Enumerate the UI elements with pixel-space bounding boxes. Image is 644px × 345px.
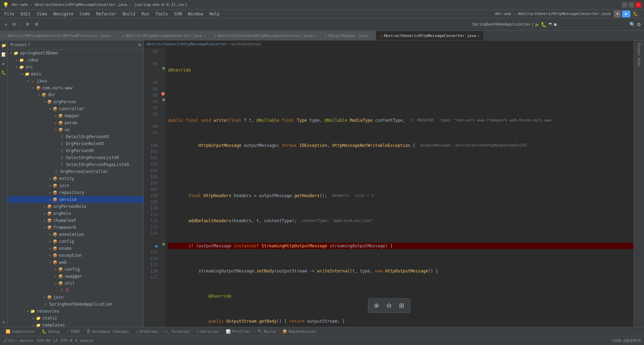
menu-tools[interactable]: Tools xyxy=(153,11,171,17)
tree-resources[interactable]: ▼ 📁 resources xyxy=(8,308,143,315)
tree-swagger[interactable]: ▶ 📦 swagger xyxy=(8,273,143,280)
menu-view[interactable]: View xyxy=(34,11,50,17)
menu-build[interactable]: Build xyxy=(120,11,138,17)
tab-abstractgeneric[interactable]: ☕ AbstractGenericHttpMessageConverter.ja… xyxy=(376,31,484,40)
tree-detailorgpersonvo[interactable]: C DetailOrgPersonVO xyxy=(8,133,143,140)
tree-service[interactable]: ▶ 📦 service xyxy=(8,196,143,203)
tree-templates[interactable]: ▶ 📁 templates xyxy=(8,322,143,327)
sidebar-structure-icon[interactable]: ⊞ xyxy=(0,318,7,325)
bottom-tab-todo[interactable]: ✓ TODO xyxy=(64,328,82,336)
sidebar-debug-icon[interactable]: 🐛 xyxy=(0,69,7,76)
tab-close-abstracthttp[interactable]: ✕ xyxy=(203,34,205,38)
tab-objectmapper[interactable]: ☕ ObjectMapper.java ✕ xyxy=(320,31,376,40)
tree-orgpersonvo[interactable]: C OrgPersonVO xyxy=(8,147,143,154)
tree-orgperson[interactable]: ▼ 📦 orgPerson xyxy=(8,98,143,105)
tree-config[interactable]: ▶ 📦 config xyxy=(8,238,143,245)
coverage-button[interactable]: ☂ xyxy=(548,22,553,27)
menu-file[interactable]: File xyxy=(1,11,17,17)
tree-orgpersoncontroller[interactable]: C OrgPersonController xyxy=(8,168,143,175)
tree-repository[interactable]: ▶ 📦 repository xyxy=(8,189,143,196)
status-encoding[interactable]: UTF-8 xyxy=(61,338,72,343)
tree-enums[interactable]: ▶ 📦 enums xyxy=(8,245,143,252)
bottom-tab-dependencies[interactable]: 📦 Dependencies xyxy=(280,328,319,336)
bottom-tab-profiler[interactable]: 📊 Profiler xyxy=(223,328,253,336)
menu-refactor[interactable]: Refactor xyxy=(93,11,119,17)
tree-vo[interactable]: ▼ 📦 vo xyxy=(8,126,143,133)
tree-controller[interactable]: ▼ 📦 controller xyxy=(8,105,143,112)
tree-webconfig[interactable]: ▶ 📦 config xyxy=(8,266,143,273)
run-config-select[interactable]: ▼ xyxy=(614,10,621,17)
tree-main[interactable]: ▼ 📁 main xyxy=(8,70,143,77)
project-settings-icon[interactable]: ⚙ xyxy=(138,43,141,47)
tab-close-objectmapper[interactable]: ✕ xyxy=(369,34,371,38)
project-view-toggle[interactable]: ≡ xyxy=(3,22,9,27)
layout-button[interactable]: ⊞ xyxy=(33,21,40,27)
menu-window[interactable]: Window xyxy=(185,11,206,17)
maximize-button[interactable]: □ xyxy=(629,2,634,8)
tree-dhr[interactable]: ▼ 📦 dhr xyxy=(8,91,143,98)
status-lf[interactable]: LF xyxy=(53,338,58,343)
tree-orgpersonrolevo[interactable]: C OrgPersonRoleVO xyxy=(8,140,143,147)
structure-toggle[interactable]: ⊟ xyxy=(10,21,18,27)
tree-r[interactable]: C R xyxy=(8,287,143,294)
tree-join[interactable]: ▶ 📦 join xyxy=(8,182,143,189)
tree-join2[interactable]: ▶ 📦 join xyxy=(8,294,143,301)
tree-annotation[interactable]: ▶ 📦 annotation xyxy=(8,231,143,238)
structure-view-button[interactable]: ⊞ xyxy=(396,300,407,311)
breadcrumb-method[interactable]: writeInternal xyxy=(231,42,261,46)
tab-close-abstractgeneric[interactable]: ✕ xyxy=(478,34,480,38)
tree-src[interactable]: ▼ 📁 src xyxy=(8,63,143,70)
bottom-tab-build[interactable]: 🔨 Build xyxy=(255,328,278,336)
tab-jackson[interactable]: ☕ AbstractJackson2HttpMessageConverter.j… xyxy=(210,31,320,40)
tab-abstracthttp[interactable]: ☕ AbstractHttpMessageConverter.java ✕ xyxy=(118,31,210,40)
tree-orgpersonrole[interactable]: ▶ 📦 orgPersonRole xyxy=(8,203,143,210)
menu-help[interactable]: Help xyxy=(207,11,222,17)
status-position[interactable]: 109:08 xyxy=(37,338,51,343)
run-button[interactable]: ▶ xyxy=(622,10,630,17)
tree-mapper[interactable]: ▶ 📦 mapper xyxy=(8,112,143,119)
status-git[interactable]: ⎇ Git: master xyxy=(3,338,34,343)
debug-play-button[interactable]: 🐛 xyxy=(541,22,547,27)
menu-svn[interactable]: SVN xyxy=(171,11,185,17)
settings-gear-button[interactable]: ⚙ xyxy=(637,22,641,27)
tree-util[interactable]: ▼ 📦 util xyxy=(8,280,143,287)
menu-navigate[interactable]: Navigate xyxy=(51,11,76,17)
tab-close-abstractmessage[interactable]: ✕ xyxy=(111,34,113,38)
code-content[interactable]: @Override public final void write(final … xyxy=(165,48,634,327)
tree-com[interactable]: ▼ 📦 com.ours.www xyxy=(8,84,143,91)
tree-orgrole[interactable]: ▶ 📦 orgRole xyxy=(8,210,143,217)
bottom-tab-terminal[interactable]: >_ Terminal xyxy=(162,328,192,336)
bottom-tab-subversion[interactable]: 🔀 Subversion xyxy=(3,328,38,336)
tree-entity[interactable]: ▶ 📦 entity xyxy=(8,175,143,182)
bottom-tab-dbchanges[interactable]: 🗄 Database Changes xyxy=(84,328,132,336)
tree-param[interactable]: ▶ 📦 param xyxy=(8,119,143,126)
tree-static[interactable]: ▶ 📁 static xyxy=(8,315,143,322)
zoom-in-button[interactable]: ⊕ xyxy=(371,300,382,311)
tab-abstractmessage[interactable]: ☕ AbstractMessageConverterMethodProcesso… xyxy=(0,31,118,40)
tree-java[interactable]: ▼ ☕ java xyxy=(8,77,143,84)
sidebar-commit-icon[interactable]: 📝 xyxy=(0,51,7,58)
tree-root[interactable]: ▼ 📁 springboot3Demo xyxy=(8,50,143,57)
tree-springbootapp[interactable]: ⚙ SpringbootDemoApplication xyxy=(8,301,143,308)
menu-code[interactable]: Code xyxy=(77,11,93,17)
tree-exception[interactable]: ▶ 📦 exception xyxy=(8,252,143,259)
bottom-tab-debug[interactable]: 🐛 Debug xyxy=(39,328,62,336)
sidebar-project-icon[interactable]: 📁 xyxy=(0,42,7,49)
tree-web[interactable]: ▼ 📦 web xyxy=(8,259,143,266)
menu-run[interactable]: Run xyxy=(139,11,152,17)
tree-selectorgpersonpagelistvo[interactable]: C SelectOrgPersonPageListVO xyxy=(8,161,143,168)
breadcrumb-class[interactable]: AbstractGenericHttpMessageConverter xyxy=(147,42,228,46)
debug-button[interactable]: 🐛 xyxy=(631,10,640,17)
tree-idea[interactable]: ▶ 📁 .idea xyxy=(8,57,143,63)
tree-framework[interactable]: ▼ 📦 framework xyxy=(8,224,143,231)
tree-thymeleaf[interactable]: ▶ 📦 thymeleaf xyxy=(8,217,143,224)
status-indent[interactable]: 4 spaces xyxy=(75,338,94,343)
sidebar-run-icon[interactable]: ▶ xyxy=(0,60,7,67)
tree-selectorgpersonlistvo[interactable]: C SelectOrgPersonListVO xyxy=(8,154,143,161)
bottom-tab-services[interactable]: ⚡ Services xyxy=(194,328,222,336)
settings-button[interactable]: ⚙ xyxy=(24,21,31,27)
bottom-tab-problems[interactable]: ⚠ Problems xyxy=(133,328,161,336)
stop-button[interactable]: ■ xyxy=(554,22,557,27)
reader-mode-button[interactable]: Reader Mode xyxy=(636,42,642,68)
tab-close-jackson[interactable]: ✕ xyxy=(314,34,316,38)
